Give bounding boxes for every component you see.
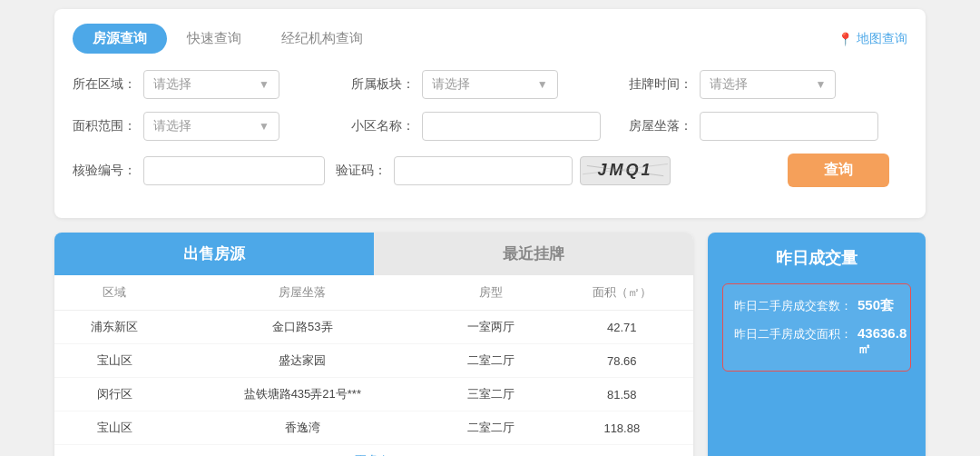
label-location: 房屋坐落： [629, 118, 692, 134]
table-cell: 闵行区 [54, 378, 174, 411]
left-tabs: 出售房源 最近挂牌 [54, 233, 693, 275]
map-link-text: 地图查询 [857, 31, 907, 47]
form-group-community: 小区名称： [351, 112, 630, 141]
captcha-wrapper: JMQ1 [394, 156, 671, 185]
form-group-location: 房屋坐落： [629, 112, 907, 141]
map-link[interactable]: 📍 地图查询 [838, 31, 907, 47]
table-header-row: 区域 房屋坐落 房型 面积（㎡） [54, 275, 693, 311]
col-header-region: 区域 [54, 275, 174, 311]
input-community[interactable] [422, 112, 601, 141]
table-cell: 78.66 [551, 344, 693, 378]
col-header-type: 房型 [430, 275, 550, 311]
chevron-down-icon: ▼ [259, 78, 270, 91]
right-panel: 昨日成交量 昨日二手房成交套数： 550套 昨日二手房成交面积： 43636.8… [708, 233, 926, 456]
input-verify-num[interactable] [143, 156, 325, 185]
table-cell: 二室二厅 [430, 344, 550, 378]
table-cell: 一室两厅 [430, 311, 550, 344]
tab-house-search[interactable]: 房源查询 [73, 24, 167, 54]
table-cell: 81.58 [551, 378, 693, 411]
table-cell: 三室二厅 [430, 378, 550, 411]
form-group-captcha: 验证码： JMQ1 [325, 156, 671, 185]
form-group-listtime: 挂牌时间： 请选择 ▼ [629, 70, 907, 99]
select-region[interactable]: 请选择 ▼ [143, 70, 279, 99]
stat-label-count: 昨日二手房成交套数： [734, 298, 852, 314]
query-btn-wrapper: 查询 [671, 154, 907, 187]
table-cell: 宝山区 [54, 344, 174, 378]
label-listtime: 挂牌时间： [629, 76, 692, 93]
form-row-2: 面积范围： 请选择 ▼ 小区名称： 房屋坐落： [73, 112, 907, 141]
col-header-area: 面积（㎡） [551, 275, 693, 311]
select-area-text: 请选择 [153, 118, 253, 134]
stat-value-count: 550套 [858, 297, 894, 314]
label-captcha: 验证码： [325, 163, 387, 179]
location-icon: 📍 [838, 32, 853, 46]
table-row: 宝山区盛达家园二室二厅78.66 [54, 344, 693, 378]
table-cell: 宝山区 [54, 411, 174, 445]
left-panel: 出售房源 最近挂牌 区域 房屋坐落 房型 面积（㎡） 浦东新区金口路53弄一室两… [54, 233, 693, 456]
main-container: 房源查询 快速查询 经纪机构查询 📍 地图查询 所在区域： 请选择 ▼ 所属板块… [54, 9, 926, 456]
select-block[interactable]: 请选择 ▼ [422, 70, 558, 99]
label-region: 所在区域： [73, 76, 136, 93]
label-block: 所属板块： [351, 76, 415, 93]
select-region-text: 请选择 [153, 76, 253, 93]
label-area: 面积范围： [73, 118, 136, 134]
table-body: 浦东新区金口路53弄一室两厅42.71宝山区盛达家园二室二厅78.66闵行区盐铁… [54, 311, 693, 445]
captcha-noise-svg [581, 157, 670, 184]
select-listtime[interactable]: 请选择 ▼ [700, 70, 836, 99]
table-cell: 香逸湾 [174, 411, 430, 445]
tab-recent-listed[interactable]: 最近挂牌 [374, 233, 693, 275]
table-row: 宝山区香逸湾二室二厅118.88 [54, 411, 693, 445]
table-footer[interactable]: 更多 ▶ [54, 445, 693, 456]
form-group-block: 所属板块： 请选择 ▼ [351, 70, 630, 99]
table-row: 闵行区盐铁塘路435弄21号***三室二厅81.58 [54, 378, 693, 411]
search-card: 房源查询 快速查询 经纪机构查询 📍 地图查询 所在区域： 请选择 ▼ 所属板块… [54, 9, 926, 218]
input-captcha[interactable] [394, 156, 573, 185]
table-cell: 42.71 [551, 311, 693, 344]
table-cell: 金口路53弄 [174, 311, 430, 344]
form-group-region: 所在区域： 请选择 ▼ [73, 70, 351, 99]
stat-value-area: 43636.8㎡ [858, 325, 906, 358]
tab-bar: 房源查询 快速查询 经纪机构查询 📍 地图查询 [73, 24, 907, 54]
col-header-location: 房屋坐落 [174, 275, 430, 311]
select-area[interactable]: 请选择 ▼ [143, 112, 279, 141]
table-cell: 盛达家园 [174, 344, 430, 378]
stat-label-area: 昨日二手房成交面积： [734, 326, 852, 342]
form-row-1: 所在区域： 请选择 ▼ 所属板块： 请选择 ▼ 挂牌时间： 请选择 ▼ [73, 70, 907, 99]
tab-agency-search[interactable]: 经纪机构查询 [261, 24, 383, 54]
query-button[interactable]: 查询 [788, 154, 889, 187]
select-block-text: 请选择 [432, 76, 532, 93]
stat-row-count: 昨日二手房成交套数： 550套 [734, 297, 899, 314]
stat-row-area: 昨日二手房成交面积： 43636.8㎡ [734, 325, 899, 358]
chevron-down-icon-4: ▼ [259, 120, 270, 133]
svg-line-1 [583, 164, 668, 173]
table-row: 浦东新区金口路53弄一室两厅42.71 [54, 311, 693, 344]
right-panel-title: 昨日成交量 [722, 247, 911, 269]
house-table: 区域 房屋坐落 房型 面积（㎡） 浦东新区金口路53弄一室两厅42.71宝山区盛… [54, 275, 693, 445]
chevron-down-icon-2: ▼ [537, 78, 548, 91]
form-group-verify-num: 核验编号： [73, 156, 325, 185]
table-cell: 118.88 [551, 411, 693, 445]
captcha-image: JMQ1 [580, 156, 671, 185]
label-verify-num: 核验编号： [73, 163, 136, 179]
table-cell: 二室二厅 [430, 411, 550, 445]
input-location[interactable] [700, 112, 878, 141]
tab-for-sale[interactable]: 出售房源 [54, 233, 374, 275]
label-community: 小区名称： [351, 118, 415, 134]
form-row-3: 核验编号： 验证码： JMQ1 查询 [73, 154, 907, 187]
bottom-section: 出售房源 最近挂牌 区域 房屋坐落 房型 面积（㎡） 浦东新区金口路53弄一室两… [54, 233, 926, 456]
form-group-area: 面积范围： 请选择 ▼ [73, 112, 351, 141]
stats-box: 昨日二手房成交套数： 550套 昨日二手房成交面积： 43636.8㎡ [722, 283, 911, 372]
select-listtime-text: 请选择 [710, 76, 809, 93]
svg-line-0 [587, 165, 663, 175]
chevron-down-icon-3: ▼ [815, 78, 826, 91]
table-cell: 浦东新区 [54, 311, 174, 344]
table-cell: 盐铁塘路435弄21号*** [174, 378, 430, 411]
tab-quick-search[interactable]: 快速查询 [167, 24, 261, 54]
